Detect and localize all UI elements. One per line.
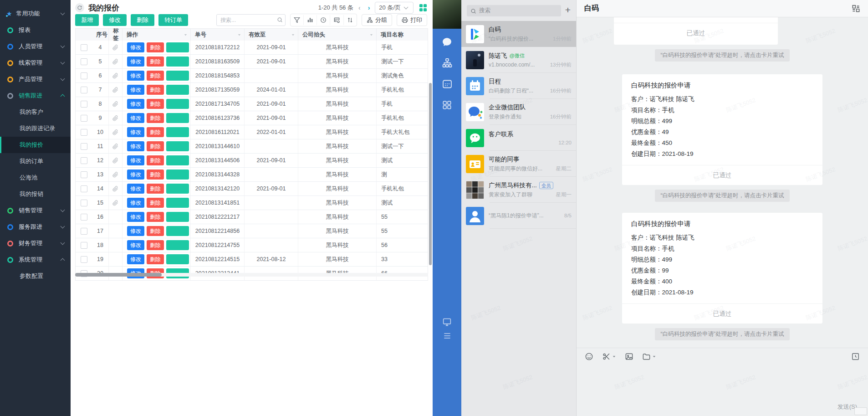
- delete-button[interactable]: 删除: [147, 71, 164, 81]
- menu-icon[interactable]: [433, 331, 461, 340]
- screenshot-icon[interactable]: [602, 352, 616, 361]
- edit-button[interactable]: 修改: [127, 99, 144, 109]
- workspace-icon[interactable]: [433, 94, 461, 115]
- sidebar-subitem[interactable]: 我的订单: [0, 153, 71, 169]
- sidebar-item[interactable]: 系统管理: [0, 252, 71, 268]
- sidebar-subitem[interactable]: 我的报销: [0, 186, 71, 202]
- to-order-button[interactable]: 转订单: [166, 85, 189, 95]
- edit-button[interactable]: 修改: [127, 113, 144, 123]
- delete-button[interactable]: 删除: [147, 212, 164, 222]
- edit-button[interactable]: 修改: [127, 42, 144, 52]
- quote-card[interactable]: 白码科技的报价申请客户：诺飞科技 陈诺飞项目名称：手机明细总额：499优惠金额：…: [622, 213, 822, 324]
- row-checkbox[interactable]: [81, 129, 87, 136]
- delete-button[interactable]: 删除: [147, 141, 164, 151]
- quote-card-partial[interactable]: 已通过: [614, 17, 778, 45]
- chat-list-item[interactable]: 客户联系12:20: [461, 125, 576, 151]
- row-checkbox[interactable]: [81, 72, 87, 79]
- chat-list-item[interactable]: “黑马陈1的报价申请”...8/5: [461, 203, 576, 229]
- delete-button[interactable]: 删除: [147, 169, 164, 180]
- chat-list-item[interactable]: 可能的同事可能是同事的微信好...星期二: [461, 151, 576, 177]
- page-size-select[interactable]: 20 条/页: [375, 2, 414, 14]
- delete-button[interactable]: 删除: [147, 85, 164, 95]
- user-avatar[interactable]: [433, 0, 461, 29]
- to-order-button[interactable]: 转订单: [166, 71, 189, 81]
- calendar-icon[interactable]: [433, 73, 461, 94]
- column-header[interactable]: 序号: [92, 29, 108, 41]
- table-settings-icon[interactable]: [330, 15, 343, 25]
- sidebar-subitem[interactable]: 我的客户: [0, 104, 71, 120]
- delete-button[interactable]: 删除: [147, 99, 164, 109]
- next-page-button[interactable]: ›: [366, 4, 373, 11]
- to-order-button[interactable]: 转订单: [166, 254, 189, 264]
- vertical-scrollbar[interactable]: [429, 28, 432, 272]
- row-checkbox[interactable]: [81, 214, 87, 221]
- delete-button[interactable]: 删除: [147, 198, 164, 208]
- folder-icon[interactable]: [642, 352, 656, 361]
- chat-list-item[interactable]: 白码“白码科技的报价...1分钟前: [461, 21, 576, 47]
- emoji-icon[interactable]: [585, 352, 593, 361]
- sidebar-item[interactable]: 财务管理: [0, 235, 71, 252]
- edit-button[interactable]: 修改: [127, 184, 144, 194]
- search-input[interactable]: [216, 14, 286, 26]
- delete-button[interactable]: 删除: [147, 56, 164, 67]
- edit-button[interactable]: 修改: [127, 240, 144, 250]
- scrollbar-thumb[interactable]: [75, 273, 162, 277]
- to-order-button[interactable]: 转订单: [166, 240, 189, 250]
- edit-button[interactable]: 修改: [127, 212, 144, 222]
- to-order-button[interactable]: 转订单: [166, 155, 189, 165]
- row-checkbox[interactable]: [81, 157, 87, 164]
- chat-search-input[interactable]: [467, 5, 561, 16]
- send-options-box[interactable]: [854, 407, 867, 415]
- chat-list-item[interactable]: 陈诺飞@微信v1.bnocode.com/...13分钟前: [461, 47, 576, 73]
- sort-icon[interactable]: [343, 15, 357, 25]
- row-checkbox[interactable]: [81, 44, 87, 51]
- image-icon[interactable]: [625, 352, 633, 361]
- sidebar-item[interactable]: 服务跟进: [0, 219, 71, 235]
- group-button[interactable]: 分组: [362, 14, 392, 26]
- sidebar-subitem[interactable]: 参数配置: [0, 268, 71, 284]
- edit-button[interactable]: 修改: [127, 71, 144, 81]
- delete-button[interactable]: 删除: [147, 254, 164, 264]
- delete-button[interactable]: 删除: [147, 184, 164, 194]
- clock-icon[interactable]: [317, 15, 330, 25]
- row-checkbox[interactable]: [81, 242, 87, 249]
- to-order-button[interactable]: 转订单: [166, 42, 189, 52]
- to-order-button[interactable]: 转订单: [166, 113, 189, 123]
- to-order-button[interactable]: 转订单: [166, 226, 189, 236]
- column-header[interactable]: 标签: [108, 29, 122, 41]
- row-checkbox[interactable]: [81, 256, 87, 263]
- edit-button[interactable]: 修改: [127, 85, 144, 95]
- row-checkbox[interactable]: [81, 171, 87, 178]
- timeout-notice[interactable]: “白码科技的报价申请”处理超时，请点击卡片重试: [655, 328, 790, 340]
- meeting-icon[interactable]: [433, 317, 461, 327]
- chat-list-item[interactable]: 广州黑马科技有...全员黄家俊加入了群聊星期一: [461, 177, 576, 203]
- edit-button[interactable]: 修改: [127, 56, 144, 67]
- edit-button[interactable]: 修改: [127, 226, 144, 236]
- message-input[interactable]: [577, 365, 868, 401]
- row-checkbox[interactable]: [81, 115, 87, 122]
- to-order-button[interactable]: 转订单: [166, 99, 189, 109]
- chat-menu-icon[interactable]: [852, 4, 860, 13]
- sidebar-item[interactable]: 销售管理: [0, 202, 71, 219]
- to-order-button[interactable]: 转订单: [166, 198, 189, 208]
- row-checkbox[interactable]: [81, 143, 87, 150]
- chat-icon[interactable]: [433, 31, 461, 52]
- delete-button[interactable]: 删除: [147, 226, 164, 236]
- filter-icon[interactable]: [291, 15, 303, 25]
- column-header[interactable]: 公司抬头: [298, 29, 376, 41]
- edit-button[interactable]: 修改: [127, 141, 144, 151]
- sidebar-item[interactable]: 销售跟进: [0, 87, 71, 104]
- edit-button[interactable]: 修改: [127, 254, 144, 264]
- horizontal-scrollbar[interactable]: [75, 273, 428, 277]
- edit-button[interactable]: 修改: [127, 127, 144, 137]
- sidebar-subitem[interactable]: 我的报价: [0, 137, 71, 153]
- to-order-button[interactable]: 转订单: [166, 212, 189, 222]
- to-order-button[interactable]: 转订单: [166, 141, 189, 151]
- quote-card[interactable]: 白码科技的报价申请客户：诺飞科技 陈诺飞项目名称：手机明细总额：499优惠金额：…: [622, 74, 822, 185]
- chat-history-icon[interactable]: [851, 352, 860, 361]
- chat-list-item[interactable]: 企业微信团队登录操作通知16分钟前: [461, 99, 576, 125]
- column-header[interactable]: 项目名称: [376, 29, 428, 41]
- refresh-icon[interactable]: [75, 3, 84, 12]
- row-checkbox[interactable]: [81, 58, 87, 65]
- edit-button[interactable]: 修改: [127, 169, 144, 180]
